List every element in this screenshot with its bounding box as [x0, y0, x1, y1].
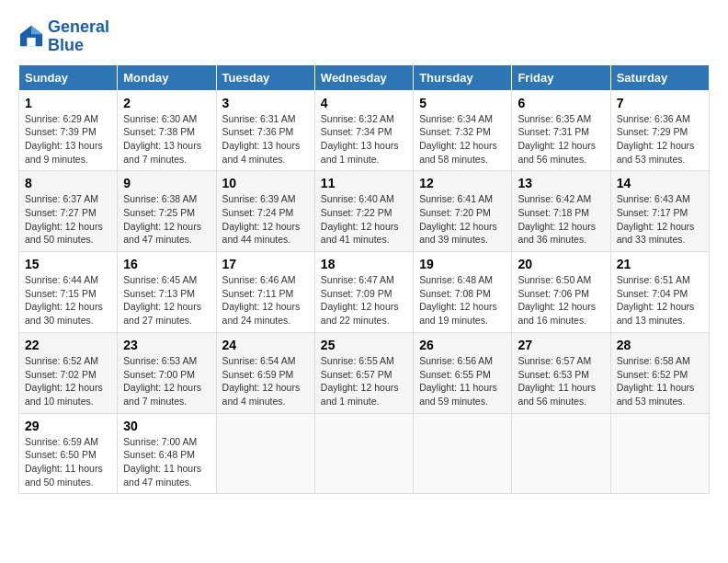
day-info: Sunrise: 6:46 AM Sunset: 7:11 PM Dayligh… — [222, 273, 309, 327]
day-info: Sunrise: 6:37 AM Sunset: 7:27 PM Dayligh… — [25, 192, 111, 247]
calendar-cell: 7 Sunrise: 6:36 AM Sunset: 7:29 PM Dayli… — [610, 90, 709, 171]
day-info: Sunrise: 6:43 AM Sunset: 7:17 PM Dayligh… — [617, 192, 703, 247]
day-info: Sunrise: 6:55 AM Sunset: 6:57 PM Dayligh… — [321, 354, 407, 408]
day-number: 1 — [25, 96, 111, 110]
svg-rect-2 — [27, 38, 35, 46]
day-info: Sunrise: 6:50 AM Sunset: 7:06 PM Dayligh… — [518, 273, 604, 327]
day-info: Sunrise: 6:36 AM Sunset: 7:29 PM Dayligh… — [617, 112, 703, 167]
day-info: Sunrise: 6:44 AM Sunset: 7:15 PM Dayligh… — [25, 273, 111, 327]
calendar-cell: 6 Sunrise: 6:35 AM Sunset: 7:31 PM Dayli… — [512, 90, 610, 171]
calendar-cell: 3 Sunrise: 6:31 AM Sunset: 7:36 PM Dayli… — [216, 90, 314, 171]
calendar-cell: 20 Sunrise: 6:50 AM Sunset: 7:06 PM Dayl… — [512, 252, 610, 333]
day-number: 3 — [222, 96, 309, 110]
calendar-cell: 25 Sunrise: 6:55 AM Sunset: 6:57 PM Dayl… — [314, 332, 413, 413]
day-number: 12 — [419, 176, 506, 190]
column-header-tuesday: Tuesday — [216, 64, 314, 90]
day-info: Sunrise: 6:58 AM Sunset: 6:52 PM Dayligh… — [617, 354, 703, 408]
day-info: Sunrise: 6:34 AM Sunset: 7:32 PM Dayligh… — [419, 112, 506, 167]
calendar-cell: 24 Sunrise: 6:54 AM Sunset: 6:59 PM Dayl… — [216, 332, 314, 413]
day-number: 7 — [617, 96, 703, 110]
day-number: 8 — [25, 176, 111, 190]
day-info: Sunrise: 6:40 AM Sunset: 7:22 PM Dayligh… — [321, 192, 407, 247]
calendar-cell: 1 Sunrise: 6:29 AM Sunset: 7:39 PM Dayli… — [19, 90, 118, 171]
day-number: 9 — [123, 176, 210, 190]
calendar-cell: 15 Sunrise: 6:44 AM Sunset: 7:15 PM Dayl… — [19, 252, 118, 333]
calendar-cell: 13 Sunrise: 6:42 AM Sunset: 7:18 PM Dayl… — [512, 171, 610, 252]
day-info: Sunrise: 6:53 AM Sunset: 7:00 PM Dayligh… — [123, 354, 210, 408]
column-header-friday: Friday — [512, 64, 610, 90]
calendar-cell — [216, 413, 314, 494]
day-number: 28 — [617, 338, 703, 352]
column-header-wednesday: Wednesday — [314, 64, 413, 90]
day-info: Sunrise: 6:52 AM Sunset: 7:02 PM Dayligh… — [25, 354, 111, 408]
calendar-table: SundayMondayTuesdayWednesdayThursdayFrid… — [18, 64, 710, 495]
column-header-saturday: Saturday — [610, 64, 709, 90]
day-info: Sunrise: 6:47 AM Sunset: 7:09 PM Dayligh… — [321, 273, 407, 327]
day-info: Sunrise: 6:41 AM Sunset: 7:20 PM Dayligh… — [419, 192, 506, 247]
day-info: Sunrise: 6:35 AM Sunset: 7:31 PM Dayligh… — [518, 112, 604, 167]
calendar-cell: 5 Sunrise: 6:34 AM Sunset: 7:32 PM Dayli… — [414, 90, 512, 171]
day-info: Sunrise: 6:29 AM Sunset: 7:39 PM Dayligh… — [25, 112, 111, 167]
day-info: Sunrise: 6:57 AM Sunset: 6:53 PM Dayligh… — [518, 354, 604, 408]
day-info: Sunrise: 6:39 AM Sunset: 7:24 PM Dayligh… — [222, 192, 309, 247]
day-number: 4 — [321, 96, 407, 110]
column-header-thursday: Thursday — [414, 64, 512, 90]
calendar-cell — [512, 413, 610, 494]
column-header-sunday: Sunday — [19, 64, 118, 90]
day-info: Sunrise: 6:54 AM Sunset: 6:59 PM Dayligh… — [222, 354, 309, 408]
calendar-cell — [314, 413, 413, 494]
calendar-cell: 16 Sunrise: 6:45 AM Sunset: 7:13 PM Dayl… — [118, 252, 216, 333]
calendar-header-row: SundayMondayTuesdayWednesdayThursdayFrid… — [19, 64, 710, 90]
logo: General Blue — [18, 18, 109, 55]
calendar-cell: 28 Sunrise: 6:58 AM Sunset: 6:52 PM Dayl… — [610, 332, 709, 413]
svg-marker-1 — [31, 26, 42, 34]
day-number: 29 — [25, 419, 111, 433]
calendar-week-row: 22 Sunrise: 6:52 AM Sunset: 7:02 PM Dayl… — [19, 332, 710, 413]
calendar-week-row: 8 Sunrise: 6:37 AM Sunset: 7:27 PM Dayli… — [19, 171, 710, 252]
calendar-cell: 10 Sunrise: 6:39 AM Sunset: 7:24 PM Dayl… — [216, 171, 314, 252]
day-info: Sunrise: 6:30 AM Sunset: 7:38 PM Dayligh… — [123, 112, 210, 167]
column-header-monday: Monday — [118, 64, 216, 90]
day-info: Sunrise: 6:42 AM Sunset: 7:18 PM Dayligh… — [518, 192, 604, 247]
calendar-cell — [610, 413, 709, 494]
day-number: 10 — [222, 176, 309, 190]
calendar-cell: 2 Sunrise: 6:30 AM Sunset: 7:38 PM Dayli… — [118, 90, 216, 171]
calendar-cell — [414, 413, 512, 494]
day-number: 11 — [321, 176, 407, 190]
day-info: Sunrise: 6:31 AM Sunset: 7:36 PM Dayligh… — [222, 112, 309, 167]
day-number: 23 — [123, 338, 210, 352]
calendar-week-row: 1 Sunrise: 6:29 AM Sunset: 7:39 PM Dayli… — [19, 90, 710, 171]
calendar-cell: 22 Sunrise: 6:52 AM Sunset: 7:02 PM Dayl… — [19, 332, 118, 413]
day-number: 18 — [321, 257, 407, 271]
day-number: 25 — [321, 338, 407, 352]
day-number: 5 — [419, 96, 506, 110]
day-number: 2 — [123, 96, 210, 110]
calendar-cell: 23 Sunrise: 6:53 AM Sunset: 7:00 PM Dayl… — [118, 332, 216, 413]
day-info: Sunrise: 6:45 AM Sunset: 7:13 PM Dayligh… — [123, 273, 210, 327]
calendar-cell: 18 Sunrise: 6:47 AM Sunset: 7:09 PM Dayl… — [314, 252, 413, 333]
day-number: 30 — [123, 419, 210, 433]
day-number: 22 — [25, 338, 111, 352]
day-number: 19 — [419, 257, 506, 271]
day-number: 17 — [222, 257, 309, 271]
day-number: 14 — [617, 176, 703, 190]
calendar-cell: 4 Sunrise: 6:32 AM Sunset: 7:34 PM Dayli… — [314, 90, 413, 171]
calendar-cell: 21 Sunrise: 6:51 AM Sunset: 7:04 PM Dayl… — [610, 252, 709, 333]
calendar-cell: 17 Sunrise: 6:46 AM Sunset: 7:11 PM Dayl… — [216, 252, 314, 333]
calendar-week-row: 15 Sunrise: 6:44 AM Sunset: 7:15 PM Dayl… — [19, 252, 710, 333]
logo-text: General Blue — [48, 18, 109, 55]
day-info: Sunrise: 6:32 AM Sunset: 7:34 PM Dayligh… — [321, 112, 407, 167]
day-number: 26 — [419, 338, 506, 352]
day-info: Sunrise: 6:38 AM Sunset: 7:25 PM Dayligh… — [123, 192, 210, 247]
day-info: Sunrise: 6:51 AM Sunset: 7:04 PM Dayligh… — [617, 273, 703, 327]
day-number: 27 — [518, 338, 604, 352]
day-number: 13 — [518, 176, 604, 190]
day-number: 15 — [25, 257, 111, 271]
day-number: 16 — [123, 257, 210, 271]
calendar-week-row: 29 Sunrise: 6:59 AM Sunset: 6:50 PM Dayl… — [19, 413, 710, 494]
day-number: 24 — [222, 338, 309, 352]
page-header: General Blue — [18, 18, 710, 55]
calendar-cell: 9 Sunrise: 6:38 AM Sunset: 7:25 PM Dayli… — [118, 171, 216, 252]
day-info: Sunrise: 6:48 AM Sunset: 7:08 PM Dayligh… — [419, 273, 506, 327]
calendar-cell: 26 Sunrise: 6:56 AM Sunset: 6:55 PM Dayl… — [414, 332, 512, 413]
